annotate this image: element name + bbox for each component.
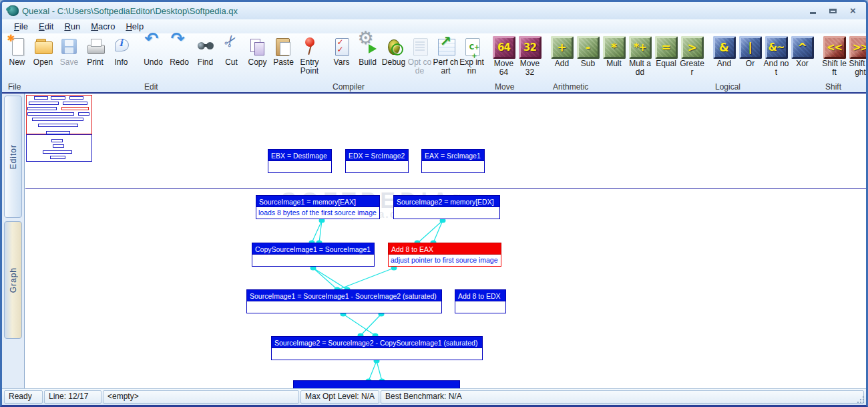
toolbar-group-label: Compiler [333, 82, 365, 92]
perf-chart-button[interactable]: Perf chart [433, 35, 459, 76]
or-icon: | [739, 36, 762, 59]
sidebar-tab-label: Graph [9, 267, 18, 293]
toolbar-button-label: Xor [796, 59, 809, 68]
graph-node[interactable]: Add 8 to EAXadjust pointer to first sour… [388, 243, 501, 267]
build-icon [357, 36, 379, 57]
info-button[interactable]: Info [108, 35, 134, 67]
toolbar-button-label: Save [60, 58, 78, 67]
graph-node[interactable]: EBX = DestImage [268, 149, 332, 173]
toolbar-button-label: Greater [679, 59, 705, 77]
opt-code-button[interactable]: Opt code [407, 35, 433, 76]
open-folder-icon [33, 36, 54, 57]
minimap-node [29, 102, 59, 105]
subtract-icon: - [577, 36, 600, 59]
toolbar-button-label: Vars [334, 58, 350, 67]
redo-button[interactable]: Redo [166, 35, 192, 67]
status-panel: Line: 12/17 [44, 390, 101, 404]
mult-add-button[interactable]: *+Mult add [627, 35, 653, 77]
debug-icon [383, 36, 405, 57]
toolbar-group-move: 64Move 6432Move 32Move [489, 33, 546, 92]
xor-button[interactable]: ^Xor [789, 35, 815, 68]
opt-code-icon [409, 36, 431, 57]
greater-button[interactable]: >Greater [679, 35, 705, 77]
graph-node-title: EDX = SrcImage2 [345, 149, 409, 161]
save-button[interactable]: Save [56, 35, 82, 67]
graph-canvas[interactable]: SOFTPEDIA™ www.softpedia.com EBX = DestI… [24, 94, 866, 389]
graph-node[interactable]: SourceImage1 = memory[EAX]loads 8 bytes … [256, 195, 380, 219]
shift-left-button[interactable]: <<Shift left [821, 35, 847, 77]
graph-node[interactable]: EAX = SrcImage1 [421, 149, 485, 173]
copy-button[interactable]: Copy [244, 35, 270, 67]
and-button[interactable]: &And [711, 35, 737, 68]
xor-icon: ^ [791, 36, 814, 59]
status-panel: Best Benchmark: N/A [381, 390, 864, 404]
graph-node-body: adjust pointer to first source image [388, 255, 501, 267]
toolbar-group-label: Move [495, 82, 514, 92]
toolbar-button-label: Mult [606, 59, 622, 68]
app-window: Quexal - C:\Users\SoftpediaEditor\Deskto… [0, 0, 868, 407]
graph-node[interactable]: Add 8 to EDX [455, 289, 506, 313]
toolbar-button-label: Cut [225, 58, 238, 67]
new-button[interactable]: New [4, 35, 30, 67]
toolbar-button-label: Shift right [847, 59, 868, 77]
graph-node[interactable]: SourceImage1 = SourceImage1 - SourceImag… [246, 289, 442, 313]
menu-bar: FileEditRunMacroHelp [2, 19, 866, 33]
minimap-node [51, 96, 65, 100]
sidebar-tab-editor[interactable]: Editor [4, 96, 22, 218]
minimap-node [34, 96, 48, 100]
minimize-button[interactable] [804, 5, 822, 16]
title-bar: Quexal - C:\Users\SoftpediaEditor\Deskto… [2, 2, 866, 19]
toolbar-group-label: Logical [715, 82, 740, 92]
sub-button[interactable]: -Sub [575, 35, 601, 68]
toolbar-button-label: Shift left [821, 59, 847, 77]
toolbar-group-label: File [8, 82, 21, 92]
graph-node[interactable]: SourceImage2 = memory[EDX] [393, 195, 500, 219]
toolbar-button-label: And not [763, 59, 789, 77]
graph-node[interactable]: CopySourceImage1 = SourceImage1 [252, 243, 375, 267]
close-button[interactable]: × [844, 5, 862, 16]
app-icon [7, 5, 19, 16]
save-floppy-icon [59, 36, 80, 57]
entry-point-button[interactable]: Entry Point [296, 35, 322, 76]
undo-button[interactable]: Undo [140, 35, 166, 67]
mult-button[interactable]: *Mult [601, 35, 627, 68]
undo-icon [143, 36, 164, 57]
move-64-button[interactable]: 64Move 64 [491, 35, 517, 77]
graph-node-title: EBX = DestImage [268, 149, 332, 161]
sidebar-tab-graph[interactable]: Graph [4, 221, 22, 339]
build-button[interactable]: Build [355, 35, 381, 67]
resize-grip[interactable] [857, 396, 865, 404]
vars-button[interactable]: Vars [329, 35, 355, 67]
minimap-node [27, 107, 57, 110]
maximize-button[interactable] [824, 5, 842, 16]
cut-button[interactable]: Cut [218, 35, 244, 67]
equal-button[interactable]: =Equal [653, 35, 679, 68]
find-button[interactable]: Find [192, 35, 218, 67]
toolbar: NewOpenSavePrintInfoFileUndoRedoFindCutC… [2, 33, 866, 94]
menu-item-file[interactable]: File [9, 21, 33, 32]
debug-button[interactable]: Debug [381, 35, 407, 67]
toolbar-button-label: Redo [170, 58, 189, 67]
or-button[interactable]: |Or [737, 35, 763, 68]
exp-intrin-button[interactable]: Exp intrin [459, 35, 485, 76]
exp-intrin-icon [461, 36, 483, 57]
open-button[interactable]: Open [30, 35, 56, 67]
toolbar-button-label: Paste [273, 58, 294, 67]
add-button[interactable]: +Add [549, 35, 575, 68]
toolbar-button-label: And [717, 59, 731, 68]
graph-node-body [345, 161, 409, 173]
shift-right-button[interactable]: >>Shift right [847, 35, 868, 77]
graph-node[interactable]: EDX = SrcImage2 [345, 149, 409, 173]
paste-button[interactable]: Paste [270, 35, 296, 67]
equal-icon: = [655, 36, 678, 59]
graph-node-title: SourceImage1 = SourceImage1 - SourceImag… [246, 289, 442, 301]
print-button[interactable]: Print [82, 35, 108, 67]
graph-node[interactable]: SourceImage2 = SourceImage2 - CopySource… [271, 336, 483, 360]
menu-item-run[interactable]: Run [59, 21, 85, 32]
menu-item-edit[interactable]: Edit [33, 21, 59, 32]
paste-icon [273, 36, 294, 57]
sidebar-tab-label: Editor [9, 144, 18, 169]
menu-item-macro[interactable]: Macro [85, 21, 120, 32]
and-not-button[interactable]: &~And not [763, 35, 789, 77]
move-32-button[interactable]: 32Move 32 [517, 35, 543, 77]
